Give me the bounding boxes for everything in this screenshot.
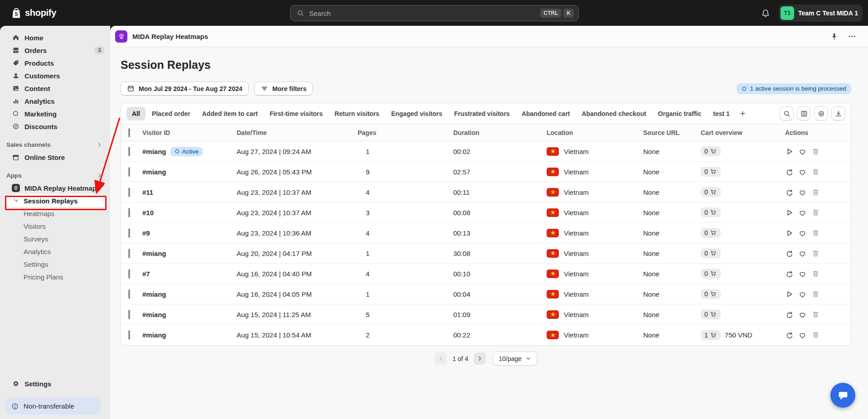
delete-trash-button[interactable] (811, 270, 820, 278)
delete-trash-button[interactable] (811, 147, 820, 156)
add-tab-button[interactable] (736, 107, 750, 120)
table-row[interactable]: #miangAug 16, 2024 | 04:05 PM100:04Vietn… (121, 284, 851, 304)
row-checkbox[interactable] (128, 330, 130, 340)
table-row[interactable]: #7Aug 16, 2024 | 04:40 PM400:10VietnamNo… (121, 264, 851, 284)
notifications-bell-icon[interactable] (761, 8, 771, 18)
tab-abandoned-cart[interactable]: Abandoned cart (516, 107, 576, 120)
sidebar-item-heatmaps[interactable]: Heatmaps (0, 207, 110, 220)
favorite-heart-button[interactable] (798, 331, 807, 339)
pin-icon[interactable] (830, 32, 839, 41)
export-download-button[interactable] (831, 106, 845, 120)
delete-trash-button[interactable] (811, 229, 820, 237)
sidebar-item-discounts[interactable]: Discounts (0, 120, 110, 133)
sidebar-item-mida-replay-heatmaps[interactable]: MIDA Replay Heatmaps (0, 182, 110, 194)
select-all-checkbox[interactable] (128, 128, 130, 137)
play-button[interactable] (785, 147, 794, 156)
play-button[interactable] (785, 229, 794, 237)
sidebar-item-settings[interactable]: Settings (0, 258, 110, 270)
table-row[interactable]: #9Aug 23, 2024 | 10:36 AM400:13VietnamNo… (121, 223, 851, 243)
more-options-icon[interactable] (848, 32, 856, 41)
sidebar-section-sales-channels[interactable]: Sales channels (0, 138, 110, 151)
row-checkbox[interactable] (128, 147, 130, 156)
sidebar-item-content[interactable]: Content (0, 82, 110, 95)
replay-button[interactable] (785, 331, 794, 339)
delete-trash-button[interactable] (811, 290, 820, 299)
play-button[interactable] (785, 290, 794, 299)
view-target-button[interactable] (814, 106, 828, 120)
row-checkbox[interactable] (128, 249, 130, 258)
favorite-heart-button[interactable] (798, 208, 807, 217)
delete-trash-button[interactable] (811, 310, 820, 319)
shopify-logo[interactable]: S shopify (11, 7, 56, 19)
row-checkbox[interactable] (128, 269, 130, 279)
replay-button[interactable] (785, 188, 794, 197)
replay-button[interactable] (785, 249, 794, 258)
replay-button[interactable] (785, 168, 794, 176)
favorite-heart-button[interactable] (798, 249, 807, 258)
delete-trash-button[interactable] (811, 188, 820, 197)
row-checkbox[interactable] (128, 310, 130, 319)
replay-button[interactable] (785, 310, 794, 319)
play-button[interactable] (785, 208, 794, 217)
customers-icon (12, 72, 20, 80)
sidebar-item-customers[interactable]: Customers (0, 69, 110, 82)
tab-added-item-to-cart[interactable]: Added item to cart (197, 107, 263, 120)
tab-all[interactable]: All (126, 107, 145, 120)
table-search-button[interactable] (780, 106, 794, 120)
columns-button[interactable] (797, 106, 811, 120)
favorite-heart-button[interactable] (798, 188, 807, 197)
table-row[interactable]: #miangAug 26, 2024 | 05:43 PM902:57Vietn… (121, 162, 851, 182)
delete-trash-button[interactable] (811, 208, 820, 217)
previous-page-button[interactable] (435, 352, 447, 365)
next-page-button[interactable] (474, 352, 486, 365)
delete-trash-button[interactable] (811, 249, 820, 258)
table-row[interactable]: #miangActiveAug 27, 2024 | 09:24 AM100:0… (121, 141, 851, 162)
favorite-heart-button[interactable] (798, 310, 807, 319)
tab-test-1[interactable]: test 1 (708, 107, 735, 120)
sidebar-item-marketing[interactable]: Marketing (0, 107, 110, 120)
row-checkbox[interactable] (128, 188, 130, 197)
tab-frustrated-visitors[interactable]: Frustrated visitors (449, 107, 515, 120)
sidebar-section-apps[interactable]: Apps (0, 169, 110, 182)
table-row[interactable]: #miangAug 15, 2024 | 10:54 AM200:22Vietn… (121, 325, 851, 345)
table-row[interactable]: #miangAug 20, 2024 | 04:17 PM130:08Vietn… (121, 243, 851, 264)
sidebar-item-online-store[interactable]: Online Store (0, 151, 110, 164)
table-row[interactable]: #10Aug 23, 2024 | 10:37 AM300:08VietnamN… (121, 202, 851, 223)
table-row[interactable]: #11Aug 23, 2024 | 10:37 AM400:11VietnamN… (121, 182, 851, 202)
sidebar-item-products[interactable]: Products (0, 57, 110, 69)
tab-return-visitors[interactable]: Return visitors (329, 107, 385, 120)
sidebar-item-analytics[interactable]: Analytics (0, 245, 110, 258)
tab-engaged-visitors[interactable]: Engaged visitors (386, 107, 448, 120)
delete-trash-button[interactable] (811, 168, 820, 176)
tab-first-time-visitors[interactable]: First-time visitors (264, 107, 328, 120)
table-row[interactable]: #miangAug 15, 2024 | 11:25 AM501:09Vietn… (121, 304, 851, 325)
favorite-heart-button[interactable] (798, 270, 807, 278)
sidebar-item-home[interactable]: Home (0, 31, 110, 44)
sidebar-item-orders[interactable]: Orders3 (0, 44, 110, 57)
sidebar-item-analytics[interactable]: Analytics (0, 95, 110, 107)
more-filters-button[interactable]: More filters (254, 82, 313, 96)
tab-abandoned-checkout[interactable]: Abandoned checkout (576, 107, 651, 120)
row-checkbox[interactable] (128, 208, 130, 217)
sidebar-item-session-replays[interactable]: Session Replays (6, 194, 105, 207)
row-checkbox[interactable] (128, 167, 130, 177)
tab-placed-order[interactable]: Placed order (146, 107, 196, 120)
sidebar-item-surveys[interactable]: Surveys (0, 232, 110, 245)
row-checkbox[interactable] (128, 289, 130, 299)
user-menu[interactable]: T1 Team C Test MIDA 1 (779, 5, 863, 22)
replay-button[interactable] (785, 270, 794, 278)
delete-trash-button[interactable] (811, 331, 820, 339)
sidebar-item-pricing-plans[interactable]: Pricing Plans (0, 270, 110, 283)
favorite-heart-button[interactable] (798, 229, 807, 237)
global-search-input[interactable]: Search CTRL K (290, 5, 579, 21)
sidebar-item-visitors[interactable]: Visitors (0, 220, 110, 232)
row-checkbox[interactable] (128, 228, 130, 238)
page-size-select[interactable]: 10/page (493, 352, 537, 366)
date-range-button[interactable]: Mon Jul 29 2024 - Tue Aug 27 2024 (121, 82, 249, 96)
favorite-heart-button[interactable] (798, 147, 807, 156)
chat-widget-button[interactable] (830, 383, 855, 408)
sidebar-item-settings[interactable]: Settings (0, 377, 110, 390)
favorite-heart-button[interactable] (798, 168, 807, 176)
tab-organic-traffic[interactable]: Organic traffic (653, 107, 707, 120)
favorite-heart-button[interactable] (798, 290, 807, 299)
